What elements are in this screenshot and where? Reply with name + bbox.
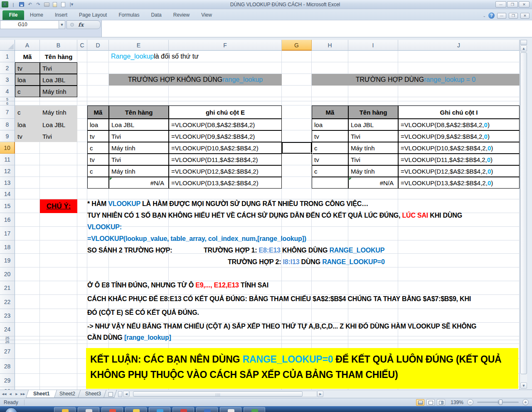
cell-B3[interactable]: Loa JBL xyxy=(40,74,77,86)
column-header-F[interactable]: F xyxy=(169,40,282,51)
workbook-close-button[interactable]: ✕ xyxy=(520,13,530,19)
row-header-4[interactable]: 4 xyxy=(0,86,15,97)
row-header-29[interactable]: 29 xyxy=(0,374,15,387)
zoom-level-label[interactable]: 139% xyxy=(451,400,463,405)
ribbon-tab-data[interactable]: Data xyxy=(145,10,167,20)
row-header-8[interactable]: 8 xyxy=(0,119,15,130)
next-sheet-icon[interactable]: ▶ xyxy=(14,391,20,397)
column-header-C[interactable]: C xyxy=(77,40,87,51)
print-icon[interactable] xyxy=(43,1,50,7)
table-header-F7[interactable]: ghi chú cột E xyxy=(169,105,282,119)
row-header-17[interactable]: 17 xyxy=(0,227,15,240)
row-header-21[interactable]: 21 xyxy=(0,281,15,295)
vertical-scrollbar[interactable]: ▲ ▼ xyxy=(520,40,527,390)
cell-A8[interactable]: loa xyxy=(15,119,40,130)
row-header-28[interactable]: 28 xyxy=(0,359,15,374)
cell-A1[interactable]: Mã xyxy=(15,51,40,62)
scroll-right-icon[interactable]: ▶ xyxy=(317,391,323,397)
page-layout-view-button[interactable] xyxy=(426,399,435,406)
table-header-J7[interactable]: Ghi chú cột I xyxy=(398,105,520,119)
select-all-corner[interactable] xyxy=(0,40,15,51)
print-preview-icon[interactable] xyxy=(52,1,58,7)
alert-label-cell[interactable]: CHÚ Ý: xyxy=(40,199,77,213)
cell-B7[interactable]: Máy tính xyxy=(40,105,77,119)
banner-with-range-lookup[interactable]: TRƯỜNG HỢP DÙNG range_lookup = 0 xyxy=(312,74,520,86)
zoom-slider-handle[interactable] xyxy=(499,400,502,405)
table-header-D7[interactable]: Mã xyxy=(87,105,109,119)
column-header-E[interactable]: E xyxy=(109,40,169,51)
cell-A7[interactable]: c xyxy=(15,105,40,119)
windows-taskbar[interactable] xyxy=(0,406,532,412)
cell-B9[interactable]: Tivi xyxy=(40,130,77,142)
cell-B4[interactable]: Máy tính xyxy=(40,86,77,97)
previous-sheet-icon[interactable]: ◀ xyxy=(7,391,13,397)
insert-function-icon[interactable]: fx xyxy=(78,22,84,28)
first-sheet-icon[interactable]: ◀◀ xyxy=(1,391,7,397)
selected-cell-G10[interactable] xyxy=(282,142,312,154)
column-header-G[interactable]: G xyxy=(282,40,312,51)
cell-J11[interactable]: =VLOOKUP(D11,$A$2:$B$4,2,0) xyxy=(398,154,520,165)
row-header-27[interactable]: 27 xyxy=(0,344,15,359)
taskbar-app-icon-6[interactable] xyxy=(172,407,194,412)
horizontal-scrollbar[interactable] xyxy=(129,391,317,397)
name-box-dropdown-icon[interactable]: ▼ xyxy=(59,20,65,29)
row-header-15[interactable]: 15 xyxy=(0,199,15,213)
table-header-I7[interactable]: Tên hàng xyxy=(348,105,398,119)
scroll-down-icon[interactable]: ▼ xyxy=(520,383,527,389)
column-header-J[interactable]: J xyxy=(398,40,520,51)
row-header-7[interactable]: 7 xyxy=(0,105,15,119)
cell-I8[interactable]: Loa JBL xyxy=(348,119,398,130)
scroll-left-icon[interactable]: ◀ xyxy=(123,391,129,397)
zoom-out-icon[interactable]: − xyxy=(467,399,473,405)
cell-F12[interactable]: =VLOOKUP(D12,$A$2:$B$4,2) xyxy=(169,165,282,177)
ribbon-tab-home[interactable]: Home xyxy=(24,10,49,20)
row-header-13[interactable]: 13 xyxy=(0,177,15,189)
taskbar-app-icon-2[interactable] xyxy=(78,407,99,412)
ribbon-tab-review[interactable]: Review xyxy=(167,10,195,20)
cell-A3[interactable]: loa xyxy=(15,74,40,86)
row-header-23[interactable]: 23 xyxy=(0,309,15,323)
spreadsheet-grid[interactable]: ABCDEFGHIJ123456789101112131415161718192… xyxy=(0,40,520,390)
cell-A9[interactable]: tv xyxy=(15,130,40,142)
cell-E10[interactable]: Máy tính xyxy=(109,142,169,154)
ribbon-tab-formulas[interactable]: Formulas xyxy=(113,10,145,20)
cell-I10[interactable]: Máy tính xyxy=(348,142,398,154)
cell-D9[interactable]: tv xyxy=(87,130,109,142)
scroll-up-icon[interactable]: ▲ xyxy=(520,45,527,52)
row-header-10[interactable]: 10 xyxy=(0,142,15,154)
cell-F8[interactable]: =VLOOKUP(D8,$A$2:$B$4,2) xyxy=(169,119,282,130)
cell-D11[interactable]: tv xyxy=(87,154,109,165)
redo-icon[interactable]: ↷ xyxy=(35,1,42,7)
start-button-orb[interactable] xyxy=(5,407,17,412)
cell-H10[interactable]: c xyxy=(312,142,348,154)
cell-B2[interactable]: Tivi xyxy=(40,62,77,74)
column-header-I[interactable]: I xyxy=(348,40,398,51)
minimize-ribbon-icon[interactable]: ⌄ xyxy=(483,14,486,18)
cell-A4[interactable]: c xyxy=(15,86,40,97)
cell-J12[interactable]: =VLOOKUP(D12,$A$2:$B$4,2,0) xyxy=(398,165,520,177)
column-header-B[interactable]: B xyxy=(40,40,77,51)
cell-E11[interactable]: Tivi xyxy=(109,154,169,165)
vertical-split-handle[interactable] xyxy=(520,40,527,45)
close-button[interactable]: ✕ xyxy=(519,1,530,7)
cell-H12[interactable]: c xyxy=(312,165,348,177)
cell-J13[interactable]: =VLOOKUP(D13,$A$2:$B$4,2,0) xyxy=(398,177,520,189)
cell-I13[interactable]: #N/A xyxy=(348,177,398,189)
cell-H11[interactable]: tv xyxy=(312,154,348,165)
row-header-2[interactable]: 2 xyxy=(0,62,15,74)
column-header-A[interactable]: A xyxy=(15,40,40,51)
restore-button[interactable]: ❐ xyxy=(507,1,518,7)
cell-H13[interactable] xyxy=(312,177,348,189)
row-header-24[interactable]: 24 xyxy=(0,323,15,336)
row-header-18[interactable]: 18 xyxy=(0,240,15,254)
row-header-16[interactable]: 16 xyxy=(0,213,15,227)
page-break-preview-button[interactable] xyxy=(437,399,445,406)
formula-input[interactable] xyxy=(101,20,532,37)
row-header-6[interactable]: 6 xyxy=(0,101,15,105)
cell-D12[interactable]: c xyxy=(87,165,109,177)
cell-E1-range-lookup-note[interactable]: Range_lookup là đối số thứ tư xyxy=(109,51,282,62)
table-header-E7[interactable]: Tên hàng xyxy=(109,105,169,119)
taskbar-app-icon-9[interactable] xyxy=(244,407,265,412)
tab-split-handle[interactable] xyxy=(118,391,122,397)
undo-icon[interactable]: ↶ xyxy=(27,1,33,7)
